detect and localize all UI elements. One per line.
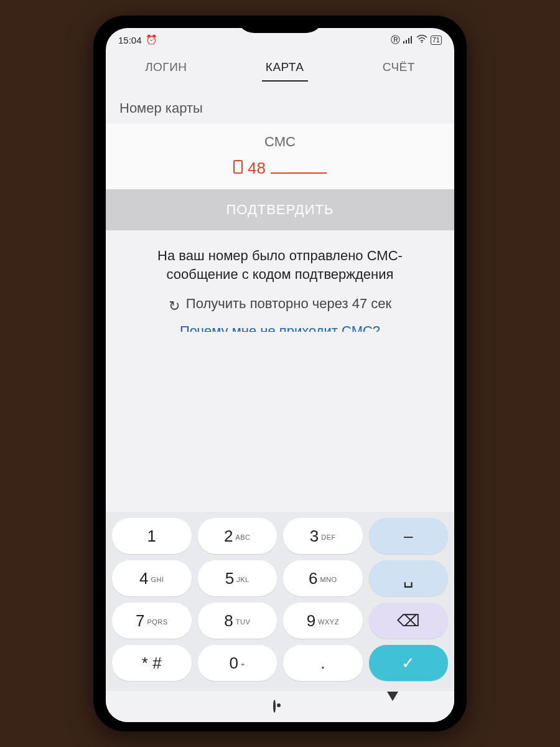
sms-info-text: На ваш номер было отправлено СМС-сообщен…	[106, 230, 454, 293]
svg-rect-2	[408, 38, 409, 44]
check-icon: ✓	[401, 654, 415, 673]
status-time: 15:04	[118, 35, 142, 45]
svg-rect-3	[411, 36, 412, 44]
android-navbar	[106, 691, 454, 722]
content-area: Номер карты СМС 48 ПОДТВЕРДИТЬ На ваш но…	[106, 82, 454, 512]
tab-login[interactable]: ЛОГИН	[141, 54, 190, 82]
key-enter[interactable]: ✓	[369, 645, 449, 681]
battery-level: 71	[431, 35, 442, 45]
signal-icon	[403, 35, 413, 45]
key-3[interactable]: 3DEF	[283, 518, 363, 554]
tab-card[interactable]: КАРТА	[262, 54, 308, 82]
notch	[236, 16, 324, 33]
r-icon: Ⓡ	[391, 34, 400, 46]
key-6[interactable]: 6MNO	[283, 560, 363, 596]
alarm-icon: ⏰	[146, 34, 157, 45]
key-8[interactable]: 8TUV	[198, 603, 278, 639]
nav-back[interactable]	[387, 701, 398, 712]
phone-icon	[233, 160, 243, 174]
sms-code-input[interactable]: 48	[106, 159, 454, 178]
login-tabs: ЛОГИН КАРТА СЧЁТ	[106, 49, 454, 82]
key-dash[interactable]: –	[369, 518, 449, 554]
screen: 15:04 ⏰ Ⓡ 71 ЛОГИН КАРТА СЧЁТ Номер карт…	[106, 28, 454, 722]
resend-countdown: Получить повторно через 47 сек	[186, 296, 391, 312]
refresh-icon: ↻	[169, 298, 180, 314]
phone-frame: 15:04 ⏰ Ⓡ 71 ЛОГИН КАРТА СЧЁТ Номер карт…	[93, 16, 467, 731]
key-0[interactable]: 0+	[198, 645, 278, 681]
key-5[interactable]: 5JKL	[198, 560, 278, 596]
numeric-keyboard: 1 2ABC 3DEF – 4GHI 5JKL 6MNO ␣ 7PQRS 8TU…	[106, 512, 454, 691]
svg-rect-0	[403, 41, 404, 44]
sms-entered-digits: 48	[248, 159, 266, 178]
key-9[interactable]: 9WXYZ	[283, 603, 363, 639]
key-4[interactable]: 4GHI	[112, 560, 192, 596]
why-no-sms-link[interactable]: Почему мне не приходит СМС?	[106, 321, 454, 332]
wifi-icon	[416, 35, 427, 45]
svg-rect-1	[406, 40, 407, 44]
key-7[interactable]: 7PQRS	[112, 603, 192, 639]
svg-point-4	[421, 42, 422, 43]
resend-row: ↻ Получить повторно через 47 сек	[106, 293, 454, 321]
key-dot[interactable]: .	[283, 645, 363, 681]
key-symbols[interactable]: * #	[112, 645, 192, 681]
key-1[interactable]: 1	[112, 518, 192, 554]
sms-panel: СМС 48 ПОДТВЕРДИТЬ	[106, 124, 454, 230]
nav-home[interactable]	[273, 701, 276, 712]
key-space[interactable]: ␣	[369, 560, 449, 596]
key-backspace[interactable]: ⌫	[369, 603, 449, 639]
tab-account[interactable]: СЧЁТ	[379, 54, 419, 82]
confirm-button[interactable]: ПОДТВЕРДИТЬ	[106, 189, 454, 230]
card-number-label: Номер карты	[106, 82, 454, 121]
sms-underline	[271, 172, 327, 174]
sms-title: СМС	[106, 134, 454, 150]
key-2[interactable]: 2ABC	[198, 518, 278, 554]
backspace-icon: ⌫	[397, 611, 420, 631]
